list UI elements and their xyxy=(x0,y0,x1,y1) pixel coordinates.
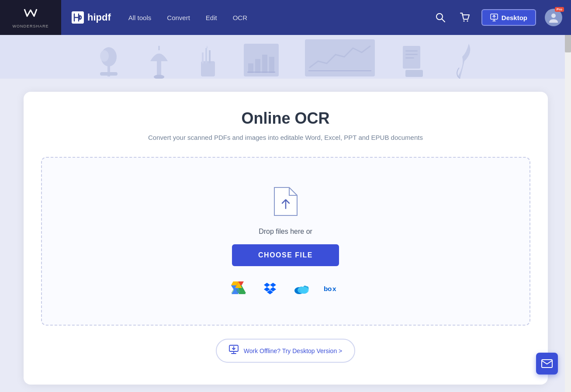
svg-text:b: b xyxy=(324,285,328,292)
nav-convert[interactable]: Convert xyxy=(167,14,190,21)
hero-linechart-icon xyxy=(305,39,375,79)
svg-rect-24 xyxy=(269,57,274,73)
svg-point-13 xyxy=(154,75,164,79)
hero-quill-icon xyxy=(451,44,473,79)
desktop-button[interactable]: Desktop xyxy=(481,9,536,26)
desktop-btn-label: Desktop xyxy=(502,14,527,21)
wondershare-brand[interactable]: wondershare xyxy=(0,0,61,35)
ws-logo-icon xyxy=(23,7,38,22)
svg-text:x: x xyxy=(332,285,336,292)
svg-rect-23 xyxy=(262,55,267,73)
hero-lamp-icon xyxy=(146,44,172,79)
svg-rect-31 xyxy=(405,57,414,59)
onedrive-button[interactable] xyxy=(292,279,311,298)
cloud-icons-row: b o x xyxy=(229,279,343,298)
hero-barchart-icon xyxy=(244,44,279,79)
google-drive-button[interactable] xyxy=(229,279,248,298)
svg-rect-22 xyxy=(255,59,260,73)
svg-point-10 xyxy=(100,50,109,62)
choose-file-button[interactable]: CHOOSE FILE xyxy=(232,244,339,266)
nav-all-tools[interactable]: All tools xyxy=(128,14,152,21)
upload-icon xyxy=(270,184,301,219)
nav-ocr[interactable]: OCR xyxy=(233,14,247,21)
page-title: Online OCR xyxy=(41,109,530,128)
scrollbar[interactable] xyxy=(565,0,571,392)
nav-links: All tools Convert Edit OCR xyxy=(128,14,433,21)
svg-marker-19 xyxy=(206,45,208,48)
hero-plant-icon xyxy=(98,44,120,79)
desktop-download-icon xyxy=(229,345,239,357)
search-button[interactable] xyxy=(433,10,448,25)
hero-document-icon xyxy=(401,46,425,79)
cart-button[interactable] xyxy=(457,10,473,25)
offline-text: Work Offline? Try Desktop Version > xyxy=(244,347,343,354)
navbar: wondershare hipdf All tools Convert Edit… xyxy=(0,0,571,35)
svg-point-7 xyxy=(551,14,556,18)
svg-rect-16 xyxy=(205,48,207,63)
svg-rect-11 xyxy=(100,72,118,76)
pro-badge: Pro xyxy=(555,7,564,12)
ws-logo-text: wondershare xyxy=(12,24,48,28)
hero-pencilcup-icon xyxy=(198,44,218,79)
page-subtitle: Convert your scanned PDFs and images int… xyxy=(41,134,530,141)
user-avatar[interactable]: Pro xyxy=(545,9,562,26)
email-button[interactable] xyxy=(536,353,558,375)
hipdf-logo[interactable]: hipdf xyxy=(72,11,111,24)
nav-actions: Desktop Pro xyxy=(433,9,562,26)
svg-rect-29 xyxy=(405,50,418,52)
svg-point-4 xyxy=(467,21,468,22)
offline-banner[interactable]: Work Offline? Try Desktop Version > xyxy=(216,339,356,363)
main-card: Online OCR Convert your scanned PDFs and… xyxy=(24,92,548,385)
svg-rect-21 xyxy=(248,63,253,73)
svg-line-2 xyxy=(442,19,445,22)
main-content: Online OCR Convert your scanned PDFs and… xyxy=(0,79,571,392)
svg-rect-15 xyxy=(201,61,215,76)
dropzone[interactable]: Drop files here or CHOOSE FILE xyxy=(41,157,530,326)
svg-rect-12 xyxy=(157,61,161,76)
nav-edit[interactable]: Edit xyxy=(206,14,217,21)
svg-rect-18 xyxy=(202,52,204,63)
svg-rect-17 xyxy=(209,50,211,63)
hero-banner xyxy=(0,35,571,79)
dropbox-button[interactable] xyxy=(260,279,280,298)
drop-text: Drop files here or xyxy=(259,228,312,236)
svg-rect-32 xyxy=(405,70,423,77)
svg-text:o: o xyxy=(327,285,331,292)
svg-point-40 xyxy=(298,287,309,294)
svg-point-3 xyxy=(463,21,464,22)
svg-rect-30 xyxy=(405,54,418,55)
box-button[interactable]: b o x xyxy=(323,279,343,298)
hipdf-name: hipdf xyxy=(87,12,111,23)
